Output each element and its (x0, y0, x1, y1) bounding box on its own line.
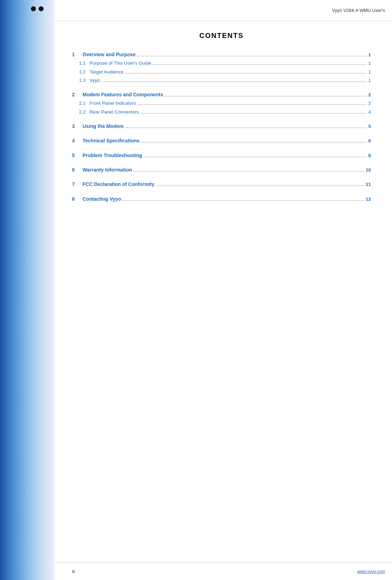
toc-dots-1-3 (102, 82, 367, 82)
toc-entry-7[interactable]: 7 FCC Declaration of Conformity 11 (72, 180, 371, 189)
footer-website-link[interactable]: www.vyyo.com (357, 569, 385, 574)
toc-dots-4 (141, 142, 367, 142)
toc-dots-5 (144, 157, 367, 157)
toc-number-8: 8 (72, 195, 83, 204)
toc-section-6: 6 Warranty Information 10 (72, 166, 371, 174)
toc-number-1-3: 1.3 (79, 76, 90, 85)
toc-text-6[interactable]: Warranty Information (83, 166, 132, 174)
toc-page-7: 11 (366, 180, 371, 189)
toc-number-2-1: 2.1 (79, 99, 90, 108)
toc-dots-1-1 (153, 64, 367, 65)
toc-page-2-1: 2 (368, 99, 371, 108)
toc-entry-2[interactable]: 2 Modem Features and Components 2 (72, 90, 371, 99)
toc-number-6: 6 (72, 166, 83, 174)
toc-dots-2-1 (137, 104, 367, 105)
main-content: CONTENTS 1 Overview and Purpose 1 1.1 Pu… (54, 21, 392, 562)
toc-section-1: 1 Overview and Purpose 1 1.1 Purpose of … (72, 50, 371, 85)
footer: iii www.vyyo.com (54, 562, 392, 580)
toc-dots-6 (133, 171, 364, 172)
toc-page-6: 10 (366, 166, 371, 174)
toc-dots-2 (164, 96, 367, 96)
toc-page-2: 2 (368, 91, 371, 99)
toc-number-2-2: 2.2 (79, 108, 90, 116)
toc-page-1: 1 (368, 51, 371, 59)
footer-page-number: iii (72, 569, 75, 574)
toc-entry-8[interactable]: 8 Contacting Vyyo 12 (72, 195, 371, 204)
toc-number-4: 4 (72, 136, 83, 145)
toc-entry-2-1[interactable]: 2.1 Front Panel Indicators 2 (72, 99, 371, 108)
toc-text-5[interactable]: Problem Troubleshooting (83, 151, 142, 160)
toc-section-3: 3 Using the Modem 5 (72, 122, 371, 131)
toc-entry-1[interactable]: 1 Overview and Purpose 1 (72, 50, 371, 59)
toc-dots-3 (125, 128, 367, 128)
toc-dots-1-2 (125, 73, 367, 73)
toc-number-7: 7 (72, 180, 83, 189)
toc-dots-1 (137, 56, 367, 56)
toc-entry-4[interactable]: 4 Technical Specifications 6 (72, 136, 371, 145)
toc-entry-6[interactable]: 6 Warranty Information 10 (72, 166, 371, 174)
header: Vyyö V284-A WMU User's (54, 0, 392, 21)
toc-number-1-1: 1.1 (79, 59, 90, 67)
toc-text-3[interactable]: Using the Modem (83, 122, 124, 131)
toc-page-3: 5 (368, 122, 371, 131)
toc-text-2-2[interactable]: Rear Panel Connectors (90, 108, 139, 116)
toc-entry-3[interactable]: 3 Using the Modem 5 (72, 122, 371, 131)
toc-number-1: 1 (72, 50, 83, 59)
toc-page-8: 12 (366, 195, 371, 204)
toc-page-1-1: 1 (368, 59, 371, 67)
dot-1 (31, 6, 36, 11)
toc-dots-2-2 (140, 113, 367, 114)
toc-section-5: 5 Problem Troubleshooting 8 (72, 151, 371, 160)
toc-page-5: 8 (368, 152, 371, 160)
toc-page-1-3: 1 (368, 76, 371, 85)
toc-section-8: 8 Contacting Vyyo 12 (72, 195, 371, 204)
toc-dots-8 (123, 200, 364, 201)
toc-text-4[interactable]: Technical Specifications (83, 136, 139, 145)
toc-text-1-3[interactable]: Vyyo (90, 76, 100, 85)
toc-text-1-1[interactable]: Purpose of This User's Guide (90, 59, 151, 67)
toc-text-2-1[interactable]: Front Panel Indicators (90, 99, 136, 108)
toc-entry-5[interactable]: 5 Problem Troubleshooting 8 (72, 151, 371, 160)
toc-dots-7 (156, 186, 364, 186)
header-dots (31, 6, 44, 11)
table-of-contents: 1 Overview and Purpose 1 1.1 Purpose of … (72, 50, 371, 204)
toc-page-4: 6 (368, 137, 371, 145)
page-title: CONTENTS (72, 32, 371, 40)
toc-entry-2-2[interactable]: 2.2 Rear Panel Connectors 4 (72, 108, 371, 116)
sidebar (0, 0, 54, 580)
toc-entry-1-1[interactable]: 1.1 Purpose of This User's Guide 1 (72, 59, 371, 67)
header-title: Vyyö V284-A WMU User's (332, 0, 392, 20)
toc-text-7[interactable]: FCC Declaration of Conformity (83, 180, 155, 189)
toc-number-3: 3 (72, 122, 83, 131)
dot-2 (39, 6, 44, 11)
toc-page-2-2: 4 (368, 108, 371, 116)
toc-number-1-2: 1.2 (79, 68, 90, 76)
toc-section-2: 2 Modem Features and Components 2 2.1 Fr… (72, 90, 371, 116)
toc-number-2: 2 (72, 90, 83, 99)
toc-section-4: 4 Technical Specifications 6 (72, 136, 371, 145)
toc-text-2[interactable]: Modem Features and Components (83, 90, 163, 99)
toc-text-8[interactable]: Contacting Vyyo (83, 195, 121, 204)
toc-text-1[interactable]: Overview and Purpose (83, 50, 136, 59)
toc-entry-1-2[interactable]: 1.2 Target Audience 1 (72, 68, 371, 76)
toc-section-7: 7 FCC Declaration of Conformity 11 (72, 180, 371, 189)
toc-text-1-2[interactable]: Target Audience (90, 68, 124, 76)
toc-number-5: 5 (72, 151, 83, 160)
toc-entry-1-3[interactable]: 1.3 Vyyo 1 (72, 76, 371, 85)
toc-page-1-2: 1 (368, 68, 371, 76)
